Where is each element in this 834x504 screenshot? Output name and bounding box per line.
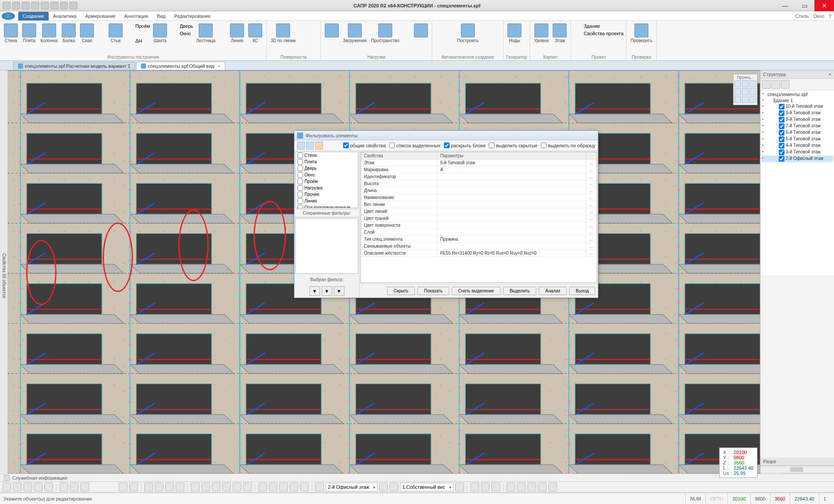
tree-floor[interactable]: 9-й Типовой этаж xyxy=(761,110,833,116)
prop-row[interactable]: Описание жёсткостиFE55 Rx=31400 Ry=0 Rz=… xyxy=(361,250,597,257)
tool-surf-stack[interactable] xyxy=(299,23,307,37)
tool-pile[interactable]: Свая xyxy=(79,23,95,44)
prop-row[interactable]: Слой... xyxy=(361,229,597,236)
tool-stack4[interactable] xyxy=(218,23,227,37)
tab-create[interactable]: Создание xyxy=(18,12,49,20)
tool-surf-stack2[interactable] xyxy=(309,23,318,37)
btool[interactable] xyxy=(129,483,138,491)
btool[interactable] xyxy=(470,483,479,491)
prop-row[interactable]: Цвет поверхности... xyxy=(361,222,597,229)
dlg-tool[interactable] xyxy=(315,142,323,149)
proj-btn[interactable] xyxy=(734,80,741,87)
tool-build[interactable]: Построить xyxy=(456,23,480,44)
filter-del-btn[interactable]: ▼ xyxy=(334,286,344,296)
auto-stack2[interactable] xyxy=(445,23,454,37)
prop-row[interactable]: Вес линии... xyxy=(361,201,597,208)
close-tab-icon[interactable]: × xyxy=(218,63,220,69)
dlg-button[interactable]: Выход xyxy=(569,287,595,295)
dlg-button[interactable]: Снять выделение xyxy=(452,287,500,295)
tree-floor[interactable]: 6-й Типовой этаж xyxy=(761,129,833,136)
btool[interactable] xyxy=(290,483,298,491)
btool[interactable] xyxy=(3,483,11,491)
tool-load-stack[interactable] xyxy=(402,23,411,37)
panel-close-icon[interactable]: × xyxy=(829,72,831,77)
tool-3dline[interactable]: 3D по линии xyxy=(269,23,297,44)
tree-floor[interactable]: 7-й Типовой этаж xyxy=(761,123,833,129)
type-row[interactable]: Нагрузка xyxy=(296,185,358,191)
tab-analytics[interactable]: Аналитика xyxy=(49,12,81,20)
tool-stack3[interactable]: Дверь Окно xyxy=(170,23,193,37)
menu-style[interactable]: Стиль xyxy=(795,13,809,19)
prop-row[interactable]: Этаж5-й Типовой этаж... xyxy=(361,159,597,166)
chk-hidden[interactable]: выделить скрытые xyxy=(489,143,537,148)
chk-sample[interactable]: выделить по образцу xyxy=(541,143,595,148)
btool[interactable] xyxy=(517,483,526,491)
prop-row[interactable]: Наименование... xyxy=(361,194,597,201)
tool-levels[interactable]: Уровни xyxy=(533,23,550,44)
prop-row[interactable]: Тип спец.элементаПружина... xyxy=(361,236,597,243)
btool[interactable] xyxy=(300,483,309,491)
chk-blocks[interactable]: раскрыть блоки xyxy=(444,143,486,148)
tree-floor[interactable]: 3-й Типовой этаж xyxy=(761,149,833,156)
proj-stack[interactable]: Здание Свойства проекта xyxy=(574,23,624,37)
btool[interactable] xyxy=(191,483,200,491)
tree-floor[interactable]: 4-й Типовой этаж xyxy=(761,143,833,149)
type-row[interactable]: Плита xyxy=(296,159,358,165)
prop-row[interactable]: Идентификатор... xyxy=(361,173,597,180)
dlg-button[interactable]: Показать xyxy=(417,287,449,295)
chk-list[interactable]: список выделенных xyxy=(389,143,440,148)
saved-filters-list[interactable] xyxy=(295,218,358,274)
proj-btn[interactable] xyxy=(750,96,756,103)
tree-tool[interactable] xyxy=(762,80,771,89)
tool-stair[interactable]: Лестница xyxy=(195,23,217,44)
tree-scrollbar[interactable] xyxy=(761,466,834,473)
tool-check[interactable]: Проверить xyxy=(629,23,654,44)
btool[interactable] xyxy=(201,483,210,491)
btool[interactable] xyxy=(507,483,515,491)
loadcase-combo[interactable]: 1.Собственный вес xyxy=(400,483,453,491)
tool-line[interactable]: Линия xyxy=(229,23,245,44)
btool[interactable] xyxy=(527,483,536,491)
tree-floor[interactable]: 2-й Офисный этаж xyxy=(761,156,833,162)
btool[interactable] xyxy=(155,483,163,491)
type-row[interactable]: Проём xyxy=(296,178,358,185)
tool-wall[interactable]: Стена xyxy=(3,23,19,44)
maximize-button[interactable]: ▭ xyxy=(795,0,814,11)
proj-btn[interactable] xyxy=(742,88,748,95)
btool[interactable] xyxy=(222,483,231,491)
tool-shaft[interactable]: Шахта xyxy=(152,23,168,44)
chk-common[interactable]: общие свойства xyxy=(343,143,386,148)
tree-floor[interactable]: 8-й Типовой этаж xyxy=(761,116,833,123)
tab-edit[interactable]: Редактирование xyxy=(170,12,215,20)
tool-column[interactable]: Колонна xyxy=(39,23,59,44)
btool[interactable] xyxy=(269,483,277,491)
btool[interactable] xyxy=(390,483,398,491)
prop-row[interactable]: Высота... xyxy=(361,180,597,187)
btool[interactable] xyxy=(119,483,127,491)
dlg-tool[interactable] xyxy=(297,142,305,149)
tree-tool[interactable] xyxy=(781,80,790,89)
btool[interactable] xyxy=(548,483,557,491)
btool[interactable] xyxy=(144,483,153,491)
btool[interactable] xyxy=(379,483,388,491)
tool-joint[interactable]: Стык xyxy=(107,23,124,44)
btool[interactable] xyxy=(538,483,547,491)
tool-stack[interactable] xyxy=(97,23,106,44)
btool[interactable] xyxy=(491,483,500,491)
info-icon[interactable] xyxy=(3,475,10,481)
tree-tool[interactable] xyxy=(771,80,780,89)
btool[interactable] xyxy=(80,483,89,491)
btool[interactable] xyxy=(279,483,288,491)
btool[interactable] xyxy=(455,483,464,491)
qat-btn[interactable] xyxy=(22,2,30,10)
btool[interactable] xyxy=(176,483,184,491)
proj-btn[interactable] xyxy=(734,88,741,95)
btool[interactable] xyxy=(44,483,53,491)
dlg-button[interactable]: Выделить xyxy=(503,287,536,295)
tool-space[interactable]: Пространство xyxy=(370,23,400,44)
btool[interactable] xyxy=(315,483,324,491)
btool[interactable] xyxy=(165,483,174,491)
tab-view[interactable]: Вид xyxy=(153,12,170,20)
btool[interactable] xyxy=(233,483,241,491)
tool-floor[interactable]: Этаж xyxy=(551,23,568,44)
